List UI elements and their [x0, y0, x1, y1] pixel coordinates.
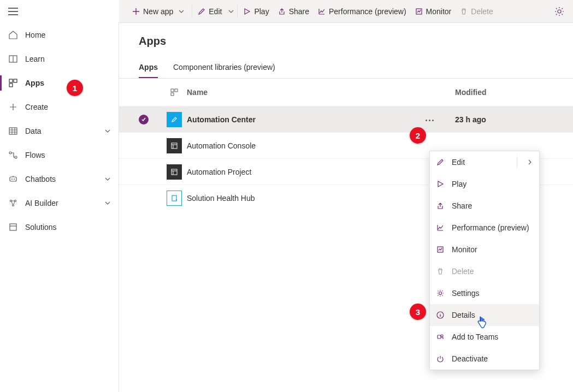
sidebar-item-label: Create: [25, 103, 48, 111]
svg-point-5: [9, 152, 11, 154]
annotation-1: 1: [67, 80, 83, 96]
page-title: Apps: [119, 35, 573, 57]
play-button[interactable]: Play: [239, 3, 273, 20]
svg-rect-13: [10, 224, 16, 230]
share-icon: [278, 8, 286, 15]
sidebar-item-home[interactable]: Home: [0, 23, 119, 47]
column-header-name[interactable]: Name: [187, 88, 422, 97]
menu-item-label: Details: [452, 311, 475, 319]
menu-item-play[interactable]: Play: [430, 173, 539, 195]
menu-item-monitor[interactable]: Monitor: [430, 239, 539, 260]
svg-point-23: [439, 292, 442, 295]
selected-checkmark-icon[interactable]: [139, 115, 149, 124]
performance-icon: [318, 8, 326, 15]
svg-point-6: [15, 156, 17, 158]
play-icon: [436, 180, 446, 188]
menu-item-share[interactable]: Share: [430, 195, 539, 217]
monitor-icon: [415, 8, 423, 15]
annotation-2: 2: [410, 127, 426, 144]
svg-point-8: [11, 179, 13, 180]
solutions-icon: [8, 222, 19, 233]
book-icon: [8, 54, 19, 64]
chevron-down-icon: [104, 176, 111, 182]
sidebar: Home Learn Apps Create Data Flows Chatbo…: [0, 23, 119, 392]
canvas-app-icon: [167, 112, 182, 127]
monitor-icon: [436, 246, 446, 253]
tabs: Apps Component libraries (preview): [119, 57, 573, 79]
button-label: Monitor: [426, 7, 452, 16]
chevron-down-icon: [176, 9, 186, 14]
ai-builder-icon: [8, 198, 19, 209]
menu-item-edit[interactable]: Edit: [430, 151, 539, 173]
hamburger-menu[interactable]: [0, 0, 26, 23]
svg-rect-18: [171, 93, 174, 96]
column-header-modified[interactable]: Modified: [455, 88, 553, 97]
svg-rect-7: [10, 177, 16, 181]
sidebar-item-label: Home: [25, 31, 45, 39]
sidebar-item-chatbots[interactable]: Chatbots: [0, 167, 119, 191]
sidebar-item-learn[interactable]: Learn: [0, 47, 119, 71]
sidebar-item-data[interactable]: Data: [0, 119, 119, 143]
sidebar-item-flows[interactable]: Flows: [0, 143, 119, 167]
gear-icon: [436, 289, 446, 297]
performance-icon: [436, 224, 446, 231]
menu-item-performance[interactable]: Performance (preview): [430, 217, 539, 239]
edit-button[interactable]: Edit: [193, 3, 226, 20]
tab-component-libraries[interactable]: Component libraries (preview): [173, 57, 275, 78]
button-label: Edit: [209, 7, 222, 16]
menu-item-label: Performance (preview): [452, 223, 529, 232]
sidebar-item-solutions[interactable]: Solutions: [0, 215, 119, 239]
svg-rect-17: [175, 89, 178, 92]
model-app-icon: [167, 138, 182, 153]
performance-button[interactable]: Performance (preview): [314, 3, 411, 20]
button-label: Play: [254, 7, 269, 16]
cursor-pointer-icon: [476, 316, 488, 330]
plus-icon: [8, 102, 19, 112]
svg-rect-21: [172, 195, 176, 201]
button-label: Delete: [471, 7, 493, 16]
svg-point-9: [14, 179, 15, 180]
menu-item-deactivate[interactable]: Deactivate: [430, 348, 539, 370]
toolbar: New app Edit Play Share Performance (pre…: [119, 0, 573, 23]
button-label: Performance (preview): [329, 7, 406, 16]
settings-button[interactable]: [550, 7, 569, 16]
app-name: Automation Console: [187, 141, 422, 150]
menu-item-settings[interactable]: Settings: [430, 282, 539, 304]
teams-icon: [436, 333, 446, 341]
info-icon: [436, 311, 446, 319]
menu-item-label: Play: [452, 180, 466, 188]
chevron-down-icon: [104, 200, 111, 206]
sidebar-item-label: Solutions: [25, 223, 57, 231]
gear-icon: [554, 7, 564, 16]
model-app-icon: [167, 164, 182, 180]
chevron-down-icon: [104, 128, 111, 134]
sidebar-item-ai-builder[interactable]: AI Builder: [0, 191, 119, 215]
tab-apps[interactable]: Apps: [139, 57, 158, 78]
monitor-button[interactable]: Monitor: [411, 3, 456, 20]
svg-point-12: [13, 205, 14, 206]
separator: [237, 5, 238, 18]
share-icon: [436, 202, 446, 210]
edit-icon: [198, 8, 205, 15]
svg-rect-16: [171, 89, 174, 92]
sidebar-item-label: Apps: [25, 79, 44, 87]
sidebar-item-label: Flows: [25, 151, 45, 159]
play-icon: [243, 8, 251, 15]
sidebar-item-create[interactable]: Create: [0, 95, 119, 119]
new-app-button[interactable]: New app: [128, 3, 191, 20]
separator: [192, 5, 192, 18]
delete-icon: [460, 8, 468, 15]
chevron-right-icon: [527, 159, 533, 165]
more-actions-button[interactable]: [422, 116, 437, 124]
chatbot-icon: [8, 174, 19, 185]
svg-rect-20: [172, 169, 177, 175]
edit-dropdown[interactable]: [226, 9, 236, 14]
table-row[interactable]: Automation Center 23 h ago: [119, 106, 573, 132]
menu-item-label: Settings: [452, 289, 480, 298]
flows-icon: [8, 150, 19, 161]
table-header: Name Modified: [119, 79, 573, 106]
separator: [517, 157, 517, 168]
share-button[interactable]: Share: [274, 3, 314, 20]
sidebar-item-apps[interactable]: Apps: [0, 71, 119, 95]
app-name: Solution Health Hub: [187, 194, 422, 203]
